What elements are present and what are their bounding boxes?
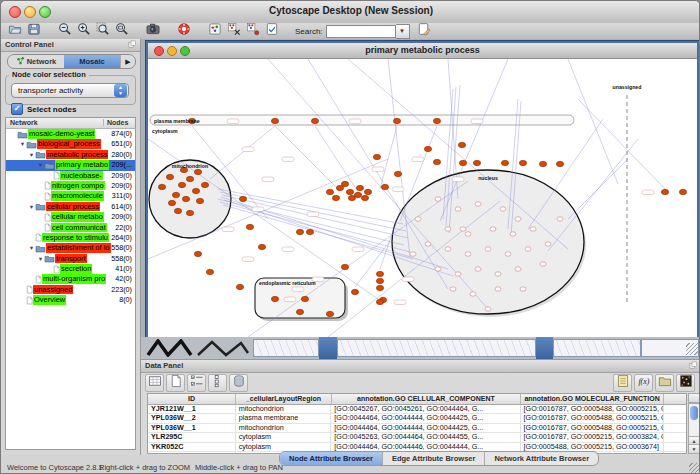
network-node[interactable] — [158, 184, 165, 189]
tree-row-establishment-of-lo[interactable]: ▼establishment of lo558(0) — [6, 243, 135, 253]
network-node[interactable] — [500, 207, 506, 211]
network-node[interactable] — [424, 146, 431, 151]
network-node[interactable] — [341, 181, 348, 186]
open-file-button[interactable] — [7, 24, 23, 39]
network-node[interactable] — [679, 189, 686, 194]
network-node[interactable] — [473, 160, 480, 165]
network-node[interactable] — [301, 296, 308, 301]
network-node[interactable] — [186, 176, 193, 181]
network-node[interactable] — [510, 232, 516, 236]
network-node[interactable] — [194, 169, 201, 174]
network-node[interactable] — [455, 207, 461, 211]
network-node[interactable] — [505, 252, 511, 256]
expand-arrow-icon[interactable]: ▼ — [19, 139, 26, 149]
background-window[interactable] — [253, 339, 319, 357]
network-node[interactable] — [376, 278, 383, 283]
network-node[interactable] — [172, 192, 179, 197]
table-column-header[interactable]: annotation.GO MOLECULAR_FUNCTION — [521, 394, 664, 404]
network-node[interactable] — [557, 217, 563, 221]
network-node[interactable] — [539, 161, 546, 166]
app-resize-grip[interactable] — [689, 463, 700, 474]
network-node[interactable] — [326, 189, 333, 194]
zoom-out-button[interactable] — [57, 24, 73, 39]
network-node[interactable] — [465, 232, 471, 236]
network-node[interactable] — [356, 185, 363, 190]
table-row[interactable]: YPL036W__1mitochondrion[GO:0044464, GO:0… — [148, 424, 686, 433]
network-node[interactable] — [459, 160, 466, 165]
network-node[interactable] — [201, 182, 208, 187]
save-button[interactable] — [26, 24, 42, 39]
network-node[interactable] — [332, 195, 339, 200]
network-node[interactable] — [425, 242, 431, 246]
network-node[interactable] — [182, 196, 189, 201]
tree-row-cell-communicat[interactable]: cell communicat22(0) — [6, 223, 135, 233]
background-window[interactable] — [553, 339, 641, 357]
network-node[interactable] — [196, 198, 203, 203]
network-node[interactable] — [393, 118, 400, 123]
network-node[interactable] — [296, 229, 303, 234]
attribute-matrix-button[interactable] — [676, 374, 695, 392]
formula-fx-button[interactable]: f(x) — [634, 374, 653, 392]
network-node[interactable] — [475, 202, 481, 206]
network-node[interactable] — [373, 154, 380, 159]
tree-row-transport[interactable]: ▼transport558(0) — [6, 254, 135, 264]
network-node[interactable] — [351, 289, 358, 294]
network-node[interactable] — [515, 267, 521, 271]
tree-row-macromolecule[interactable]: macromolecule311(0) — [6, 191, 135, 201]
network-node[interactable] — [326, 311, 333, 316]
network-node[interactable] — [271, 296, 278, 301]
tree-row-cellular-process[interactable]: ▼cellular process614(0) — [6, 202, 135, 212]
network-node[interactable] — [376, 271, 383, 276]
network-node[interactable] — [415, 217, 421, 221]
tree-row-metabolic-process[interactable]: ▼metabolic process280(0) — [6, 150, 135, 160]
network-node[interactable] — [296, 309, 303, 314]
network-node[interactable] — [346, 189, 353, 194]
network-node[interactable] — [354, 192, 361, 197]
tree-row-biological-process[interactable]: ▼biological_process651(0) — [6, 139, 135, 149]
network-node[interactable] — [515, 217, 521, 221]
network-node[interactable] — [661, 189, 668, 194]
network-node[interactable] — [364, 189, 371, 194]
vizmap-button[interactable] — [207, 24, 223, 39]
network-node[interactable] — [445, 227, 451, 231]
expand-arrow-icon[interactable]: ▼ — [37, 160, 44, 170]
network-node[interactable] — [540, 262, 546, 266]
network-node[interactable] — [525, 247, 531, 251]
network-node[interactable] — [460, 227, 466, 231]
network-node[interactable] — [465, 252, 471, 256]
network-node[interactable] — [376, 285, 383, 290]
scroll-down-arrow[interactable]: ▼ — [689, 444, 699, 453]
float-panel-icon[interactable] — [128, 40, 137, 49]
submit-form-button[interactable] — [264, 24, 280, 39]
network-node[interactable] — [186, 210, 193, 215]
expand-arrow-icon[interactable]: ▼ — [28, 243, 35, 253]
network-node[interactable] — [311, 118, 318, 123]
network-node[interactable] — [475, 267, 481, 271]
network-node[interactable] — [520, 287, 526, 291]
network-node[interactable] — [376, 299, 383, 304]
float-panel-icon[interactable] — [689, 361, 698, 370]
tree-row-primary-metabo[interactable]: ▼primary metabo209(... — [6, 160, 135, 170]
background-window[interactable] — [337, 339, 536, 357]
network-canvas[interactable]: plasma membranecytoplasmmitochondrionnuc… — [148, 59, 697, 337]
table-column-header[interactable]: ID — [148, 394, 236, 404]
network-node[interactable] — [239, 196, 246, 201]
table-row[interactable]: YLR295Ccytoplasm[GO:0045263, GO:0044464,… — [148, 433, 686, 442]
network-node[interactable] — [485, 307, 491, 311]
attribute-grid-button[interactable] — [145, 374, 164, 392]
table-column-header[interactable]: annotation.GO CELLULAR_COMPONENT — [332, 394, 521, 404]
network-node[interactable] — [433, 159, 440, 164]
tree-row-unassigned[interactable]: unassigned223(0) — [6, 285, 135, 295]
network-node[interactable] — [341, 264, 348, 269]
tab-overflow-button[interactable]: ▶ — [120, 55, 135, 68]
help-button[interactable] — [176, 24, 192, 39]
expand-arrow-icon[interactable]: ▼ — [28, 202, 35, 212]
tree-row-nucleobase-[interactable]: nucleobase-209(0) — [6, 171, 135, 181]
tab-mosaic[interactable]: Mosaic — [64, 55, 120, 68]
tree-row-nitrogen-compo[interactable]: nitrogen compo209(0) — [6, 181, 135, 191]
table-column-header[interactable] — [664, 394, 686, 404]
network-node[interactable] — [236, 284, 243, 289]
network-node[interactable] — [556, 161, 563, 166]
row-height-button[interactable] — [208, 374, 227, 392]
network-node[interactable] — [361, 195, 368, 200]
